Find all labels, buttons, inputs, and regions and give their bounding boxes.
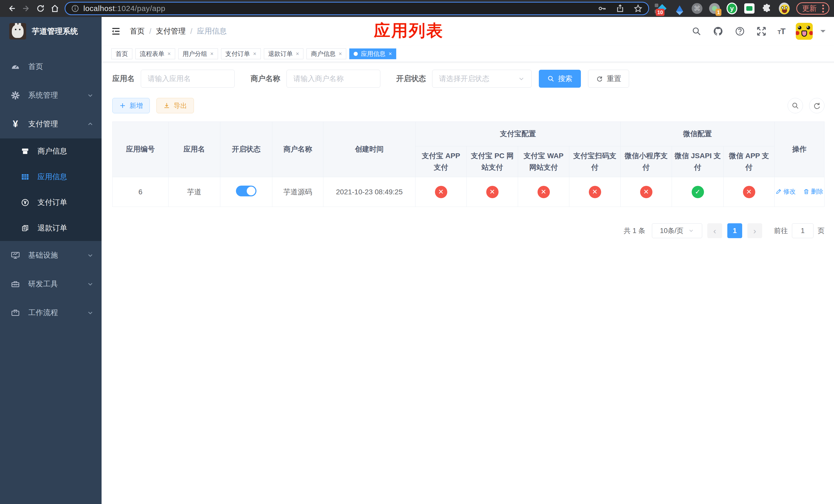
next-page-button[interactable]: › [747,223,762,238]
edit-button[interactable]: 修改 [775,187,795,196]
close-icon[interactable]: × [210,50,214,57]
jump-prefix: 前往 [774,226,788,235]
column-header: 商户名称 [272,122,323,177]
wechat-mini-status-icon: ✕ [640,186,653,198]
column-group-wechat: 微信配置 [621,122,774,146]
extension-y-icon[interactable]: y [727,3,737,14]
close-icon[interactable]: × [338,50,342,57]
extension-chat-icon[interactable] [744,3,755,14]
column-header: 微信 JSAPI 支付 [672,146,724,177]
breadcrumb-payment[interactable]: 支付管理 [156,26,186,37]
alipay-app-status-icon: ✕ [435,186,447,198]
search-button[interactable]: 搜索 [539,70,581,88]
shop-icon [20,147,30,156]
chevron-down-icon [518,75,525,82]
tag-merchant-info[interactable]: 商户信息× [306,48,346,59]
user-avatar[interactable] [796,23,813,40]
sidebar-item-refund-orders[interactable]: 退款订单 [0,215,102,241]
close-icon[interactable]: × [253,50,257,57]
column-header: 支付宝 APP 支付 [415,146,467,177]
browser-update-button[interactable]: 更新 [796,2,829,15]
extensions-row: 10 ⌘ 1 y [657,3,790,14]
chevron-down-icon [87,92,94,99]
add-button[interactable]: 新增 [112,98,150,113]
extension-recorder-icon[interactable]: 1 [709,3,720,14]
browser-back-button[interactable] [5,1,19,16]
yen-circle-icon [20,198,30,207]
extension-diamond-icon[interactable]: 10 [657,3,667,14]
address-bar[interactable]: localhost:1024/pay/app [65,2,649,15]
browser-menu-icon[interactable] [822,5,826,13]
refresh-table-button[interactable] [809,98,825,113]
bookmark-star-icon[interactable] [633,4,643,13]
pagination-total: 共 1 条 [624,226,645,235]
tag-user-group[interactable]: 用户分组× [178,48,218,59]
extensions-puzzle-icon[interactable] [762,3,772,14]
browser-home-button[interactable] [48,1,62,16]
column-header: 应用名 [169,122,220,177]
close-icon[interactable]: × [296,50,299,57]
sidebar-item-workflow[interactable]: 工作流程 [0,298,102,327]
extension-command-icon[interactable]: ⌘ [692,3,702,14]
sidebar: 芋道管理系统 首页 系统管理 ¥ 支付管理 [0,17,102,504]
sidebar-item-payment[interactable]: ¥ 支付管理 [0,110,102,138]
column-header-actions: 操作 [774,122,825,177]
sidebar-item-pay-orders[interactable]: 支付订单 [0,190,102,215]
app-table: 应用编号 应用名 开启状态 商户名称 创建时间 支付宝配置 微信配置 操作 支付… [112,121,825,207]
sidebar-item-home[interactable]: 首页 [0,52,102,81]
font-size-icon[interactable]: TT [777,27,785,36]
export-button[interactable]: 导出 [156,98,194,113]
help-icon[interactable] [734,26,745,37]
tag-app-info[interactable]: 应用信息× [349,48,396,59]
sidebar-item-app-info[interactable]: 应用信息 [0,164,102,190]
app-title: 芋道管理系统 [32,26,78,37]
column-header: 支付宝 PC 网站支付 [467,146,518,177]
breadcrumb-home[interactable]: 首页 [130,26,145,37]
close-icon[interactable]: × [389,50,392,57]
extension-kite-icon[interactable] [674,3,685,14]
avatar-caret-icon[interactable] [820,30,826,35]
toolbox-icon [10,279,21,289]
alipay-pc-status-icon: ✕ [486,186,499,198]
status-select[interactable]: 请选择开启状态 [432,70,532,88]
tag-pay-orders[interactable]: 支付订单× [221,48,261,59]
close-icon[interactable]: × [168,50,171,57]
sidebar-item-merchant-info[interactable]: 商户信息 [0,138,102,164]
sidebar-collapse-icon[interactable] [111,26,121,37]
password-key-icon[interactable] [597,4,607,13]
site-info-icon[interactable] [71,4,79,13]
browser-toolbar: localhost:1024/pay/app 10 ⌘ 1 y [0,0,834,17]
delete-button[interactable]: 删除 [803,187,823,196]
fullscreen-icon[interactable] [756,26,767,37]
reset-button[interactable]: 重置 [588,70,629,88]
github-icon[interactable] [712,26,724,37]
extension-badge: 10 [656,9,664,16]
merchant-name-input[interactable] [286,70,380,88]
column-header: 应用编号 [113,122,169,177]
table-row: 6 芋道 芋道源码 2021-10-23 08:49:25 ✕ ✕ ✕ ✕ ✕ … [113,177,825,207]
tag-refund-orders[interactable]: 退款订单× [264,48,304,59]
breadcrumb-current: 应用信息 [197,26,227,37]
browser-reload-button[interactable] [33,1,48,16]
profile-avatar-icon[interactable] [779,3,790,14]
search-icon[interactable] [692,26,702,37]
tag-process-form[interactable]: 流程表单× [135,48,175,59]
sidebar-item-infrastructure[interactable]: 基础设施 [0,241,102,270]
enabled-toggle[interactable] [236,186,257,197]
grid-icon [20,173,30,181]
app-name-input[interactable] [141,70,235,88]
page-size-select[interactable]: 10条/页 [652,223,702,238]
page-annotation-title: 应用列表 [374,20,444,42]
alipay-qr-status-icon: ✕ [589,186,601,198]
share-icon[interactable] [615,4,625,13]
jump-page-input[interactable] [792,223,813,238]
page-number-button[interactable]: 1 [727,223,742,238]
sidebar-item-dev-tools[interactable]: 研发工具 [0,270,102,298]
sidebar-item-system[interactable]: 系统管理 [0,81,102,110]
tag-home[interactable]: 首页 [111,48,132,59]
app-logo[interactable]: 芋道管理系统 [0,17,102,46]
show-search-toggle-button[interactable] [788,98,803,113]
prev-page-button[interactable]: ‹ [707,223,722,238]
chevron-down-icon [87,309,94,316]
browser-forward-button[interactable] [19,1,33,16]
